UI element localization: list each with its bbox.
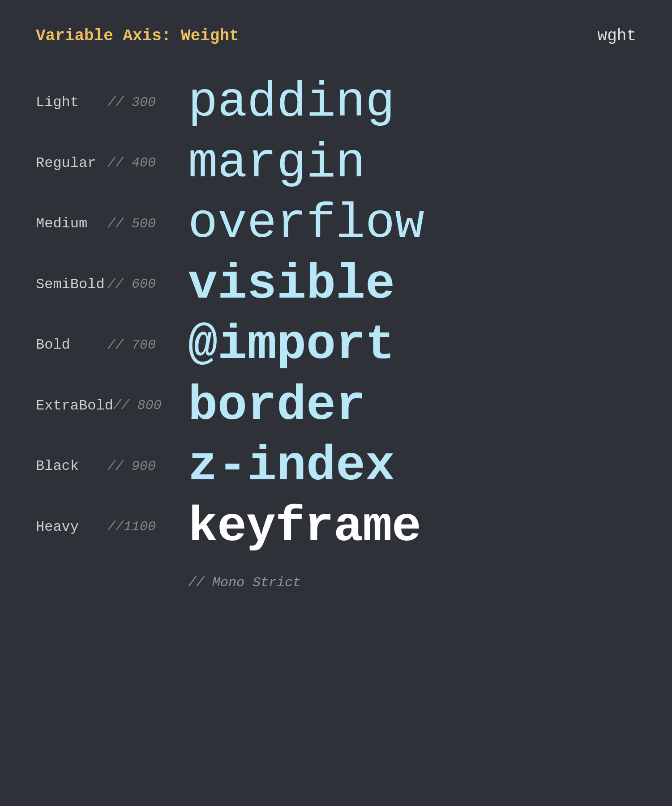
title-prefix: Variable Axis:	[36, 27, 181, 45]
weight-name-bold: Bold	[36, 337, 107, 353]
header-title: Variable Axis: Weight	[36, 27, 239, 45]
weight-label-group-black: Black// 900	[36, 458, 188, 474]
footer: // Mono Strict	[36, 575, 636, 590]
weight-demo-regular: margin	[188, 137, 636, 189]
header: Variable Axis: Weight wght	[36, 27, 636, 45]
weight-value-heavy: //1100	[107, 519, 156, 534]
weight-demo-light: padding	[188, 77, 636, 128]
weight-value-semibold: // 600	[107, 277, 156, 292]
weight-value-extrabold: // 800	[113, 398, 162, 413]
weight-demo-black: z-index	[188, 440, 636, 492]
main-container: Variable Axis: Weight wght Light// 300pa…	[0, 0, 672, 806]
weight-name-heavy: Heavy	[36, 519, 107, 535]
weight-demo-medium: overflow	[188, 198, 636, 250]
weight-row-medium: Medium// 500overflow	[36, 193, 636, 254]
title-bold: Weight	[181, 27, 239, 45]
weight-name-black: Black	[36, 458, 107, 474]
weight-row-black: Black// 900z-index	[36, 436, 636, 497]
weight-label-group-heavy: Heavy//1100	[36, 519, 188, 535]
weight-label-group-medium: Medium// 500	[36, 215, 188, 232]
weight-row-heavy: Heavy//1100keyframe	[36, 497, 636, 558]
weight-row-light: Light// 300padding	[36, 72, 636, 133]
weights-list: Light// 300paddingRegular// 400marginMed…	[36, 72, 636, 557]
weight-name-regular: Regular	[36, 155, 107, 171]
weight-label-group-extrabold: ExtraBold// 800	[36, 397, 188, 414]
weight-label-group-light: Light// 300	[36, 94, 188, 111]
footer-text: // Mono Strict	[188, 575, 636, 590]
weight-row-bold: Bold// 700@import	[36, 315, 636, 375]
weight-row-semibold: SemiBold// 600visible	[36, 254, 636, 315]
axis-code: wght	[598, 27, 636, 45]
weight-value-medium: // 500	[107, 216, 156, 231]
weight-name-extrabold: ExtraBold	[36, 397, 113, 414]
weight-demo-extrabold: border	[188, 380, 636, 432]
weight-value-light: // 300	[107, 95, 156, 110]
weight-row-regular: Regular// 400margin	[36, 133, 636, 194]
weight-row-extrabold: ExtraBold// 800border	[36, 375, 636, 436]
weight-value-bold: // 700	[107, 337, 156, 353]
weight-label-group-regular: Regular// 400	[36, 155, 188, 171]
weight-name-medium: Medium	[36, 215, 107, 232]
weight-demo-semibold: visible	[188, 259, 636, 311]
weight-name-light: Light	[36, 94, 107, 111]
weight-demo-heavy: keyframe	[188, 501, 636, 553]
weight-value-regular: // 400	[107, 155, 156, 171]
weight-label-group-semibold: SemiBold// 600	[36, 276, 188, 293]
weight-label-group-bold: Bold// 700	[36, 337, 188, 353]
weight-name-semibold: SemiBold	[36, 276, 107, 293]
weight-value-black: // 900	[107, 459, 156, 474]
weight-demo-bold: @import	[188, 319, 636, 371]
